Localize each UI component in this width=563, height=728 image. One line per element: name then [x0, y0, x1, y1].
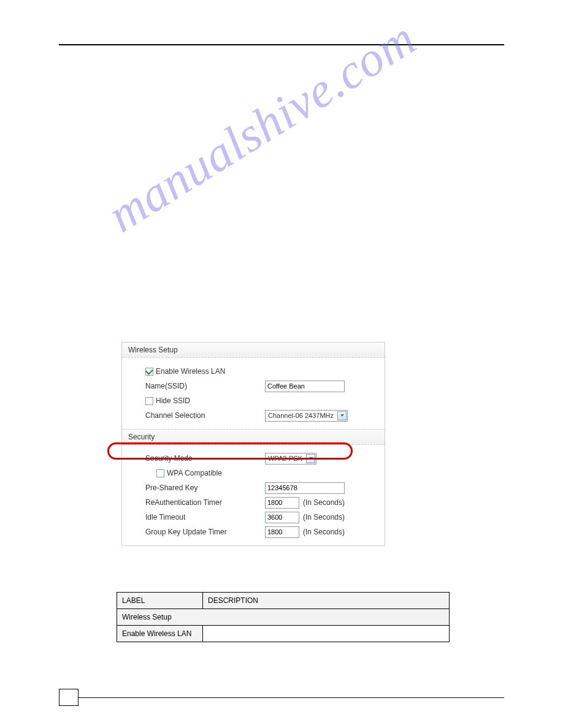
idle-unit: (In Seconds) — [303, 513, 345, 521]
enable-wlan-checkbox[interactable] — [145, 368, 153, 376]
chevron-down-icon — [309, 457, 313, 460]
security-mode-value: WPA2-PSK — [268, 455, 302, 462]
security-body: Security Mode WPA2-PSK WPA Compatible Pr… — [122, 445, 385, 545]
reauth-input[interactable] — [265, 497, 299, 509]
hide-ssid-label: Hide SSID — [156, 396, 190, 405]
wpa-compatible-label: WPA Compatible — [167, 469, 222, 477]
security-mode-label: Security Mode — [145, 454, 265, 463]
channel-label: Channel Selection — [145, 411, 265, 420]
channel-select[interactable]: Channel-06 2437MHz — [265, 410, 348, 422]
ssid-label: Name(SSID) — [145, 382, 265, 390]
psk-label: Pre-Shared Key — [145, 483, 265, 492]
table-section-row: Wireless Setup — [117, 609, 450, 626]
wireless-setup-body: Enable Wireless LAN Name(SSID) Hide SSID… — [122, 358, 385, 429]
ssid-input[interactable] — [265, 381, 345, 392]
security-mode-select-button[interactable] — [306, 454, 315, 463]
idle-input[interactable] — [265, 512, 299, 523]
wireless-setup-header: Wireless Setup — [122, 343, 385, 358]
col-desc: DESCRIPTION — [203, 593, 450, 609]
table-header-row: LABEL DESCRIPTION — [117, 593, 450, 609]
reauth-unit: (In Seconds) — [303, 498, 345, 507]
hide-ssid-checkbox[interactable] — [145, 397, 153, 405]
channel-select-button[interactable] — [337, 411, 347, 420]
enable-wlan-label: Enable Wireless LAN — [156, 367, 225, 376]
col-label: LABEL — [117, 593, 203, 609]
gkey-input[interactable] — [265, 526, 299, 538]
gkey-label: Group Key Update Timer — [145, 528, 265, 536]
reauth-label: ReAuthentication Timer — [145, 498, 265, 507]
row-label-cell: Enable Wireless LAN — [117, 626, 203, 642]
footer-page-box — [59, 689, 79, 706]
footer-rule — [79, 697, 504, 698]
security-mode-select[interactable]: WPA2-PSK — [265, 453, 316, 464]
psk-input[interactable] — [265, 482, 345, 494]
top-rule — [59, 44, 504, 45]
section-cell: Wireless Setup — [117, 609, 450, 626]
row-desc-cell — [203, 626, 450, 642]
wpa-compatible-checkbox[interactable] — [156, 469, 164, 477]
description-table: LABEL DESCRIPTION Wireless Setup Enable … — [117, 592, 450, 642]
channel-select-value: Channel-06 2437MHz — [268, 412, 334, 419]
gkey-unit: (In Seconds) — [303, 528, 345, 536]
security-header: Security — [122, 429, 385, 445]
chevron-down-icon — [340, 414, 344, 417]
table-row: Enable Wireless LAN — [117, 626, 450, 642]
idle-label: Idle Timeout — [145, 513, 265, 521]
settings-panel: Wireless Setup Enable Wireless LAN Name(… — [121, 342, 385, 546]
